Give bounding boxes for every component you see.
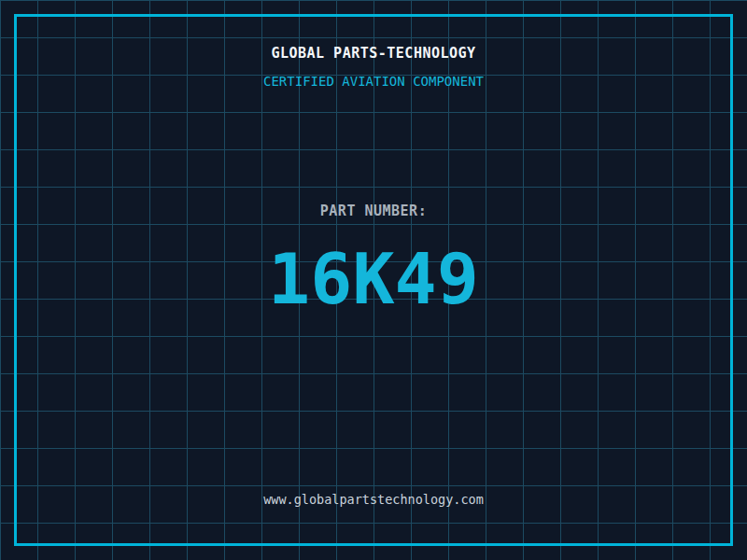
certification-tagline: CERTIFIED AVIATION COMPONENT (0, 75, 747, 88)
company-name: GLOBAL PARTS-TECHNOLOGY (0, 47, 747, 61)
website-url: www.globalpartstechnology.com (0, 494, 747, 507)
part-certificate-page: GLOBAL PARTS-TECHNOLOGY CERTIFIED AVIATI… (0, 0, 747, 560)
part-number-label: PART NUMBER: (0, 204, 747, 218)
part-number-value: 16K49 (0, 245, 747, 315)
